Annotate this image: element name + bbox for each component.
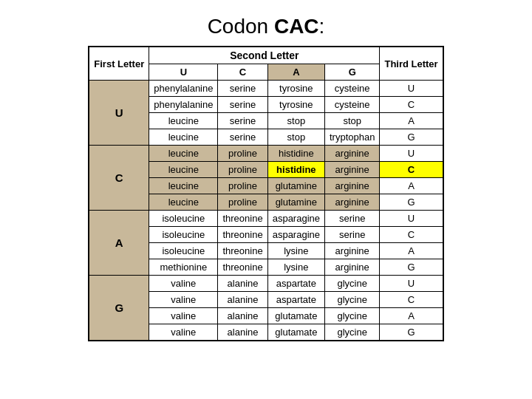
cell-third: G [380, 129, 443, 146]
cell-a: histidine [267, 162, 324, 178]
cell-u: isoleucine [149, 211, 218, 227]
cell-g: arginine [325, 259, 380, 276]
cell-a: aspartate [267, 292, 324, 308]
cell-c: serine [218, 81, 267, 97]
cell-a: tyrosine [267, 81, 324, 97]
cell-c: alanine [218, 276, 267, 292]
cell-third: A [380, 308, 443, 324]
cell-a: glutamate [267, 308, 324, 324]
cell-third: U [380, 81, 443, 97]
cell-c: serine [218, 113, 267, 129]
cell-c: threonine [218, 227, 267, 243]
cell-g: cysteine [325, 81, 380, 97]
cell-a: glutamine [267, 178, 324, 194]
cell-third: A [380, 243, 443, 259]
cell-u: valine [149, 292, 218, 308]
cell-g: serine [325, 227, 380, 243]
cell-g: cysteine [325, 97, 380, 113]
cell-c: proline [218, 194, 267, 211]
first-letter-header: First Letter [89, 47, 149, 81]
cell-u: methionine [149, 259, 218, 276]
cell-u: leucine [149, 129, 218, 146]
cell-u: phenylalanine [149, 97, 218, 113]
table-row: GvalinealanineaspartateglycineU [89, 276, 443, 292]
cell-third: G [380, 194, 443, 211]
cell-u: leucine [149, 194, 218, 211]
cell-third: G [380, 324, 443, 341]
cell-u: phenylalanine [149, 81, 218, 97]
cell-u: leucine [149, 113, 218, 129]
cell-c: proline [218, 146, 267, 162]
cell-a: histidine [267, 146, 324, 162]
first-letter-A: A [89, 211, 149, 276]
cell-g: arginine [325, 162, 380, 178]
cell-a: tyrosine [267, 97, 324, 113]
cell-a: lysine [267, 243, 324, 259]
cell-third: U [380, 211, 443, 227]
col-header-a: A [267, 64, 324, 81]
cell-c: alanine [218, 292, 267, 308]
cell-g: glycine [325, 324, 380, 341]
second-letter-header: Second Letter [149, 47, 380, 64]
cell-c: threonine [218, 243, 267, 259]
col-header-u: U [149, 64, 218, 81]
cell-g: glycine [325, 308, 380, 324]
cell-g: tryptophan [325, 129, 380, 146]
cell-u: isoleucine [149, 227, 218, 243]
header-row-top: First Letter Second Letter Third Letter [89, 47, 443, 64]
cell-g: glycine [325, 276, 380, 292]
cell-a: glutamine [267, 194, 324, 211]
codon-table-wrapper: First Letter Second Letter Third Letter … [88, 46, 443, 341]
cell-third: U [380, 276, 443, 292]
cell-a: stop [267, 129, 324, 146]
table-row: CleucineprolinehistidinearginineU [89, 146, 443, 162]
col-header-c: C [218, 64, 267, 81]
cell-a: lysine [267, 259, 324, 276]
cell-u: leucine [149, 178, 218, 194]
cell-a: asparagine [267, 211, 324, 227]
table-row: UphenylalanineserinetyrosinecysteineU [89, 81, 443, 97]
table-row: AisoleucinethreonineasparagineserineU [89, 211, 443, 227]
cell-u: leucine [149, 146, 218, 162]
cell-c: proline [218, 162, 267, 178]
first-letter-C: C [89, 146, 149, 211]
cell-g: stop [325, 113, 380, 129]
cell-third: C [380, 162, 443, 178]
cell-c: threonine [218, 259, 267, 276]
cell-a: asparagine [267, 227, 324, 243]
cell-c: threonine [218, 211, 267, 227]
cell-c: serine [218, 129, 267, 146]
cell-c: serine [218, 97, 267, 113]
cell-third: C [380, 292, 443, 308]
cell-u: leucine [149, 162, 218, 178]
cell-g: arginine [325, 178, 380, 194]
cell-u: valine [149, 276, 218, 292]
cell-third: A [380, 178, 443, 194]
cell-g: arginine [325, 243, 380, 259]
cell-third: U [380, 146, 443, 162]
cell-u: isoleucine [149, 243, 218, 259]
cell-g: glycine [325, 292, 380, 308]
cell-third: G [380, 259, 443, 276]
cell-c: proline [218, 178, 267, 194]
cell-a: aspartate [267, 276, 324, 292]
cell-third: A [380, 113, 443, 129]
col-header-g: G [325, 64, 380, 81]
cell-u: valine [149, 308, 218, 324]
cell-third: C [380, 227, 443, 243]
first-letter-U: U [89, 81, 149, 146]
cell-a: stop [267, 113, 324, 129]
cell-c: alanine [218, 308, 267, 324]
third-letter-header: Third Letter [380, 47, 443, 81]
first-letter-G: G [89, 276, 149, 341]
cell-a: glutamate [267, 324, 324, 341]
cell-g: arginine [325, 146, 380, 162]
codon-table: First Letter Second Letter Third Letter … [88, 46, 443, 341]
cell-u: valine [149, 324, 218, 341]
cell-third: C [380, 97, 443, 113]
cell-g: arginine [325, 194, 380, 211]
cell-g: serine [325, 211, 380, 227]
page-title: Codon CAC: [208, 15, 325, 38]
cell-c: alanine [218, 324, 267, 341]
